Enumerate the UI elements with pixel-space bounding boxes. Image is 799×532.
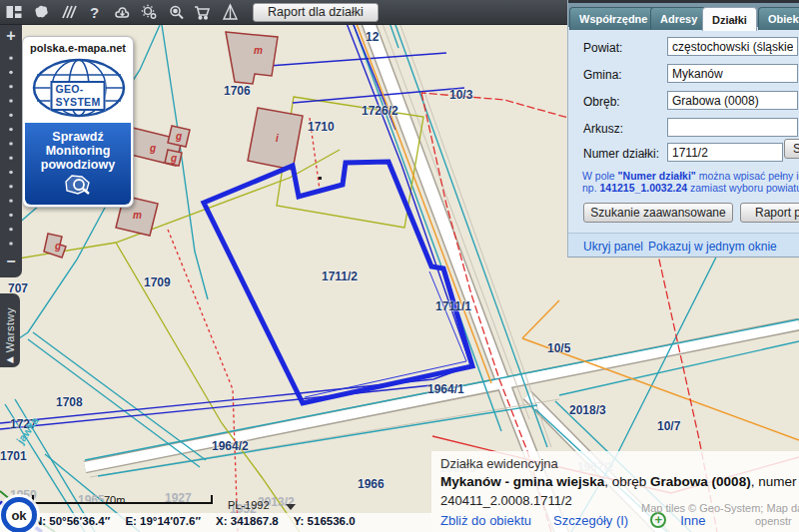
parcel-info-overlay: Działka ewidencyjna Mykanów - gmina wiej… [431,451,799,532]
info-title: Działka ewidencyjna [440,456,799,471]
details-link[interactable]: Szczegóły (I) [553,513,628,528]
download-icon[interactable] [108,0,135,24]
label-gmina: Gmina: [583,68,622,82]
flood-monitoring-banner[interactable]: Sprawdź Monitoring powodziowy [25,123,131,205]
coord-x: X: 341867.8 [216,515,279,527]
district-name: Grabowa (0008) [650,474,751,489]
hide-panel-link[interactable]: Ukryj panel [583,240,643,254]
search-button[interactable]: Szukaj [784,139,799,159]
chevron-down-icon[interactable] [286,504,296,510]
obreb-field[interactable] [667,91,798,110]
label-arkusz: Arkusz: [583,122,623,136]
app-window: 1210/317061726/2171070717091711/21711/11… [0,0,799,532]
coord-y: Y: 516536.0 [294,515,356,527]
coordinates-readout: N: 50°56′36.4″ E: 19°14′07.6″ X: 341867.… [34,515,368,527]
geo-system-logo: GEO-SYSTEM [23,57,133,121]
site-name: polska.e-mapa.net [23,42,133,54]
promo-line-1: Sprawdź [25,130,131,144]
coord-n: N: 50°56′36.4″ [34,515,110,527]
panel-footer: Ukryj panel Pokazuj w jednym oknie [568,233,799,258]
layers-panel-tab[interactable]: Warstwy ◀ [0,293,20,367]
scale-area: 70m PL-1992 [0,489,431,515]
label-numer-dzialki: Numer działki: [583,147,659,161]
zoom-to-object-link[interactable]: Zbliż do obiektu [440,513,531,528]
gmina-field[interactable] [667,64,798,83]
parcel-number-field[interactable] [667,143,783,162]
full-report-button[interactable]: Raport pełny [740,203,799,223]
tab-obiekty[interactable]: Obiekty [758,7,799,30]
top-toolbar: ? [0,0,567,25]
measure-icon[interactable] [54,0,81,24]
coord-e: E: 19°14′07.6″ [125,515,201,527]
layers-tab-label: Warstwy [4,307,16,352]
tab-dzialki[interactable]: Działki [702,7,757,31]
crs-selector[interactable]: PL-1992 [228,499,270,511]
label-obreb: Obręb: [583,95,620,109]
parcel-report-button[interactable]: Raport dla działki [253,3,379,22]
panes-icon[interactable] [0,0,27,24]
promo-line-3: powodziowy [25,158,131,172]
single-window-link[interactable]: Pokazuj w jednym oknie [648,240,777,254]
label-powiat: Powiat: [583,41,622,55]
zoom-slider: + − [0,25,22,277]
promo-line-2: Monitoring [25,144,131,158]
tab-adresy[interactable]: Adresy [650,7,707,30]
parcel-hint-text: W pole "Numer działki" można wpisać pełn… [582,170,799,194]
map-attribution: Map tiles © Geo-System; Map da [641,502,799,514]
add-icon[interactable]: + [650,512,666,528]
settings-icon[interactable] [135,0,162,24]
tab-wspolrzedne[interactable]: Współrzędne [569,7,657,30]
region-icon[interactable] [27,0,54,24]
panel-tabbar: Współrzędne Adresy Działki Obiekty [568,0,799,27]
powiat-field[interactable] [667,37,798,56]
collapse-left-icon: ◀ [7,354,14,364]
arkusz-field[interactable] [667,118,798,137]
advanced-search-button[interactable]: Szukanie zaawansowane [583,203,733,223]
help-icon[interactable]: ? [81,0,108,24]
cart-icon[interactable] [189,0,216,24]
parcel-description: Mykanów - gmina wiejska, obręb Grabowa (… [440,474,799,489]
scale-bar [32,495,213,504]
prism-icon[interactable] [216,0,243,24]
ok-button[interactable]: ok [1,497,37,532]
zoom-in-button[interactable]: + [0,27,22,45]
other-link[interactable]: Inne [680,513,705,528]
zoom-slider-track[interactable] [0,51,22,251]
poland-magnifier-icon [61,174,95,196]
locate-icon[interactable] [162,0,189,24]
search-panel: Współrzędne Adresy Działki Obiekty Powia… [567,0,799,258]
logo-card: polska.e-mapa.net GEO-SYSTEM Sprawdź Mon… [22,36,134,208]
municipality-name: Mykanów - gmina wiejska [440,474,604,489]
brand-name: GEO-SYSTEM [51,81,106,111]
map-attribution-2: openstr [755,515,792,527]
zoom-out-button[interactable]: − [0,253,22,270]
